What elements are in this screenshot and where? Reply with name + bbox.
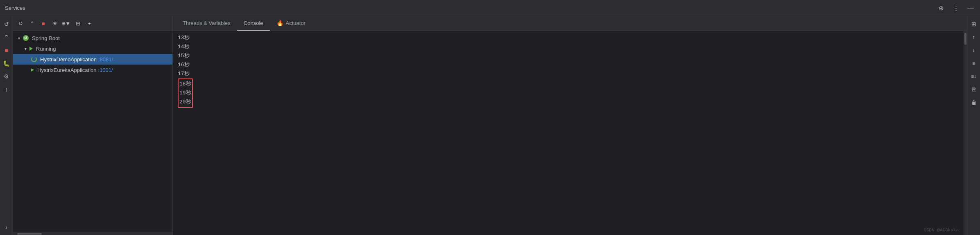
panel-title: Services — [5, 5, 25, 11]
more-icon[interactable]: ⋮ — [951, 4, 960, 13]
tab-console[interactable]: Console — [237, 16, 270, 31]
tree-toolbar: ↺ ⌃ ■ 👁 ≡▼ ⊞ + — [13, 16, 172, 31]
console-line-13: 13秒 — [178, 34, 959, 43]
scroll-v-thumb — [964, 33, 966, 45]
chevron-down-icon: ▾ — [16, 36, 21, 40]
tree-eye-icon[interactable]: 👁 — [51, 20, 59, 28]
layout-icon[interactable]: ⊞ — [969, 19, 979, 29]
console-line-20: 20秒 — [179, 98, 191, 107]
soft-wrap-icon[interactable]: ≡↓ — [969, 71, 979, 82]
settings-icon[interactable]: ⚙ — [1, 71, 12, 82]
demo-app-spinner-icon — [31, 56, 37, 62]
clear-icon[interactable]: 🗑 — [969, 97, 979, 108]
wrap-icon[interactable]: ≡ — [969, 58, 979, 69]
highlighted-lines-box: 18秒 19秒 20秒 — [178, 78, 193, 108]
bottom-expand-icon[interactable]: › — [1, 222, 12, 233]
tree-item-eureka-app[interactable]: HystrixEurekaApplication :1001/ — [13, 65, 172, 75]
tree-filter-icon[interactable]: ≡▼ — [62, 20, 70, 28]
top-bar: Services ⊕ ⋮ — — [0, 0, 980, 16]
tab-actuator[interactable]: 🔥 Actuator — [270, 16, 312, 31]
debug-icon[interactable]: 🐛 — [1, 58, 12, 69]
tree-scrollbar-x[interactable] — [13, 232, 172, 235]
refresh-icon[interactable]: ↺ — [1, 19, 12, 29]
locate-icon[interactable]: ⊕ — [937, 4, 946, 13]
tree-panel: ↺ ⌃ ■ 👁 ≡▼ ⊞ + ▾ ↺ Spring Boot ▾ — [13, 16, 173, 235]
demo-app-name: HystrixDemoApplication — [40, 56, 97, 63]
springboot-icon: ↺ — [23, 35, 29, 41]
tab-threads-variables[interactable]: Threads & Variables — [176, 16, 237, 31]
stop-icon[interactable]: ■ — [1, 45, 12, 56]
tree-item-demo-app[interactable]: HystrixDemoApplication :8081/ — [13, 54, 172, 65]
tree-add-icon[interactable]: + — [85, 20, 93, 28]
console-output: 13秒 14秒 15秒 16秒 17秒 18秒 — [173, 31, 964, 235]
top-bar-icons: ⊕ ⋮ — — [937, 4, 975, 13]
copy-icon[interactable]: ⎘ — [969, 84, 979, 95]
console-line-17: 17秒 — [178, 69, 959, 78]
console-scrollbar-v[interactable] — [964, 31, 967, 235]
tree-item-running[interactable]: ▾ Running — [13, 43, 172, 54]
left-tools-panel: ↺ ⌃ ■ 🐛 ⚙ ↕ › — [0, 16, 13, 235]
tree-scroll-thumb — [17, 233, 42, 235]
right-panel: Threads & Variables Console 🔥 Actuator 1… — [173, 16, 967, 235]
eureka-app-port: :1001/ — [98, 67, 113, 73]
console-line-16: 16秒 — [178, 60, 959, 69]
tree-add-service-icon[interactable]: ⊞ — [74, 20, 82, 28]
console-line-18: 18秒 — [179, 80, 191, 89]
collapse-icon[interactable]: ⌃ — [1, 32, 12, 43]
tabs-bar: Threads & Variables Console 🔥 Actuator — [173, 16, 967, 31]
console-line-15: 15秒 — [178, 51, 959, 60]
tree-stop-icon[interactable]: ■ — [39, 20, 48, 28]
scroll-up-icon[interactable]: ↑ — [969, 32, 979, 43]
right-tools-panel: ⊞ ↑ ↓ ≡ ≡↓ ⎘ 🗑 — [967, 16, 980, 235]
tree-content: ▾ ↺ Spring Boot ▾ Running HystrixDemoApp — [13, 31, 172, 232]
console-line-19: 19秒 — [179, 89, 191, 98]
tree-collapse-icon[interactable]: ⌃ — [28, 20, 36, 28]
minimize-icon[interactable]: — — [966, 4, 975, 13]
tree-refresh-icon[interactable]: ↺ — [16, 20, 25, 28]
console-area: 13秒 14秒 15秒 16秒 17秒 18秒 — [173, 31, 967, 235]
scroll-down-icon[interactable]: ↓ — [969, 45, 979, 56]
watermark: CSDN @ACGkaka — [923, 228, 959, 233]
demo-app-port: :8081/ — [98, 56, 113, 63]
running-label: Running — [36, 46, 56, 52]
tree-item-springboot[interactable]: ▾ ↺ Spring Boot — [13, 33, 172, 43]
actuator-icon: 🔥 — [276, 20, 283, 26]
springboot-label: Spring Boot — [32, 35, 60, 41]
eureka-app-name: HystrixEurekaApplication — [37, 67, 97, 73]
expand-icon[interactable]: ↕ — [1, 84, 12, 95]
main-layout: ↺ ⌃ ■ 🐛 ⚙ ↕ › ↺ ⌃ ■ 👁 ≡▼ ⊞ + ▾ ↺ Spring … — [0, 16, 980, 235]
chevron-down-icon2: ▾ — [23, 47, 28, 51]
running-play-icon — [29, 47, 33, 51]
console-line-14: 14秒 — [178, 43, 959, 51]
eureka-app-play-icon — [31, 68, 34, 72]
